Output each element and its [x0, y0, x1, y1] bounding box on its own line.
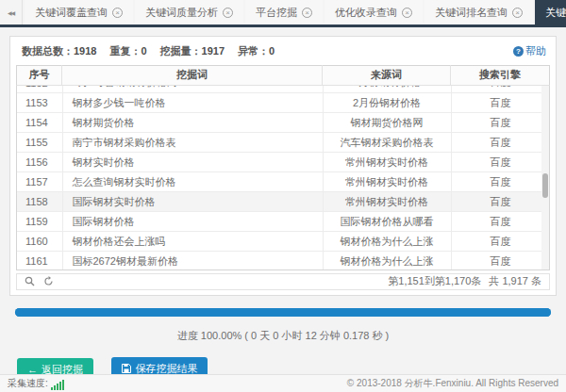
stats-items: 数据总数：1918重复：0挖掘量：1917异常：0: [22, 44, 288, 58]
cell-eng: 百度: [451, 212, 549, 232]
table-row[interactable]: 1161国标2672钢材最新价格钢材价格为什么上涨百度: [17, 252, 549, 270]
cell-kw: 国际钢材实时价格: [62, 192, 323, 212]
save-icon: [122, 364, 131, 373]
table-body: 11522月9号首钢钢材价格网2月份钢材价格百度1153钢材多少钱一吨价格2月份…: [17, 85, 549, 270]
double-chevron-left-icon: ◀◀: [8, 9, 14, 16]
cell-kw: 2月9号首钢钢材价格网: [62, 85, 323, 93]
tab-label: 关键词质量分析: [145, 6, 218, 20]
cell-eng: 百度: [451, 113, 549, 133]
stats-bar: 数据总数：1918重复：0挖掘量：1917异常：0 ? 帮助: [10, 37, 556, 65]
tab-label: 优化收录查询: [335, 6, 397, 20]
cell-kw: 钢材多少钱一吨价格: [62, 93, 323, 113]
save-button-label: 保存挖掘结果: [135, 362, 197, 376]
stat-item: 挖掘量：1917: [160, 45, 225, 57]
stat-item: 异常：0: [238, 45, 275, 57]
cell-index: 1159: [17, 212, 62, 232]
table-row[interactable]: 1156钢材实时价格常州钢材实时价格百度: [17, 153, 549, 172]
cell-src: 钢材价格为什么上涨: [323, 232, 451, 252]
cell-index: 1153: [17, 93, 62, 113]
cell-eng: 百度: [451, 232, 549, 252]
tab-label: 关键词排名查询: [435, 6, 508, 20]
tab[interactable]: 优化收录查询×: [325, 0, 423, 24]
table-row[interactable]: 1158国际钢材实时价格常州钢材实时价格百度: [17, 192, 549, 212]
tab-active[interactable]: 关键词无限挖掘×: [535, 0, 566, 24]
cell-index: 1161: [17, 252, 62, 270]
pagination-info: 第1,151到第1,170条共 1,917 条: [388, 274, 541, 288]
column-header: 挖掘词: [62, 66, 323, 85]
back-to-mining-button[interactable]: ←返回挖掘: [17, 358, 93, 375]
tab-label: 平台挖掘: [256, 6, 297, 20]
cell-eng: 百度: [451, 252, 549, 270]
cell-src: 国际钢材价格从哪看: [323, 212, 451, 232]
main-content: 数据总数：1918重复：0挖掘量：1917异常：0 ? 帮助 序号挖掘词来源词搜…: [0, 27, 566, 375]
tab[interactable]: 平台挖掘×: [245, 0, 323, 24]
column-header: 搜索引擎: [451, 66, 550, 85]
tab-bar: ◀◀ 关键词覆盖查询×关键词质量分析×平台挖掘×优化收录查询×关键词排名查询×关…: [0, 0, 566, 24]
table-row[interactable]: 1155南宁市钢材采购价格表汽车钢材采购价格表百度: [17, 133, 549, 153]
cell-eng: 百度: [451, 85, 549, 93]
table-row[interactable]: 1153钢材多少钱一吨价格2月份钢材价格百度: [17, 93, 549, 113]
results-panel: 数据总数：1918重复：0挖掘量：1917异常：0 ? 帮助 序号挖掘词来源词搜…: [9, 36, 557, 296]
tab-close-icon[interactable]: ×: [402, 8, 412, 18]
collect-speed-label: 采集速度:: [8, 377, 48, 390]
tab-close-icon[interactable]: ×: [112, 8, 123, 18]
table-row[interactable]: 11522月9号首钢钢材价格网2月份钢材价格百度: [17, 85, 549, 93]
cell-index: 1156: [17, 153, 62, 172]
table-row[interactable]: 1159国际钢材价格国际钢材价格从哪看百度: [17, 212, 549, 232]
tab[interactable]: 关键词质量分析×: [135, 0, 243, 24]
cell-kw: 南宁市钢材采购价格表: [62, 133, 323, 153]
results-table: 序号挖掘词来源词搜索引擎 11522月9号首钢钢材价格网2月份钢材价格百度115…: [16, 65, 550, 290]
column-header: 序号: [17, 66, 62, 85]
cell-src: 常州钢材实时价格: [323, 172, 451, 192]
cell-eng: 百度: [451, 133, 549, 153]
cell-eng: 百度: [451, 93, 549, 113]
cell-src: 汽车钢材采购价格表: [323, 133, 451, 153]
tab[interactable]: 关键词排名查询×: [424, 0, 533, 24]
cell-src: 常州钢材实时价格: [323, 192, 451, 212]
status-bar: 采集速度: © 2013-2018 分析牛.Fenxiniu. All Righ…: [0, 374, 566, 392]
cell-eng: 百度: [451, 192, 549, 212]
help-link[interactable]: ? 帮助: [513, 44, 546, 58]
tab-close-icon[interactable]: ×: [302, 8, 312, 18]
stat-item: 数据总数：1918: [22, 45, 96, 57]
cell-kw: 钢材价格还会上涨吗: [62, 232, 323, 252]
cell-src: 常州钢材实时价格: [323, 153, 451, 172]
pagination-range: 第1,151到第1,170条: [388, 275, 481, 286]
tab-strip: 关键词覆盖查询×关键词质量分析×平台挖掘×优化收录查询×关键词排名查询×关键词无…: [23, 0, 566, 24]
tab[interactable]: 关键词覆盖查询×: [25, 0, 133, 24]
cell-index: 1154: [17, 113, 62, 133]
table-header: 序号挖掘词来源词搜索引擎: [16, 65, 550, 85]
cell-kw: 国标2672钢材最新价格: [62, 252, 323, 270]
table-scrollbar-thumb[interactable]: [542, 173, 548, 198]
cell-index: 1157: [17, 172, 62, 192]
cell-index: 1158: [17, 192, 62, 212]
cell-src: 钢材期货价格网: [323, 113, 451, 133]
table-toolbar: 第1,151到第1,170条共 1,917 条: [16, 273, 550, 290]
table-header-row: 序号挖掘词来源词搜索引擎: [17, 66, 550, 85]
cell-index: 1160: [17, 232, 62, 252]
progress-bar-fill: [15, 308, 551, 317]
cell-eng: 百度: [451, 172, 549, 192]
action-buttons: ←返回挖掘 保存挖掘结果: [17, 357, 566, 376]
tab-close-icon[interactable]: ×: [223, 8, 233, 18]
table-body-viewport[interactable]: 11522月9号首钢钢材价格网2月份钢材价格百度1153钢材多少钱一吨价格2月份…: [16, 85, 550, 270]
stat-item: 重复：0: [109, 45, 146, 57]
progress-bar: [15, 308, 551, 317]
tab-label: 关键词无限挖掘: [545, 6, 566, 20]
question-icon: ?: [513, 46, 524, 57]
cell-kw: 钢材实时价格: [62, 153, 323, 172]
table-row[interactable]: 1157怎么查询钢材实时价格常州钢材实时价格百度: [17, 172, 549, 192]
tab-close-icon[interactable]: ×: [512, 8, 523, 18]
table-row[interactable]: 1154钢材期货价格钢材期货价格网百度: [17, 113, 549, 133]
cell-src: 钢材价格为什么上涨: [323, 252, 451, 270]
table-row[interactable]: 1160钢材价格还会上涨吗钢材价格为什么上涨百度: [17, 232, 549, 252]
column-header: 来源词: [323, 66, 451, 85]
save-results-button[interactable]: 保存挖掘结果: [111, 357, 208, 376]
refresh-icon[interactable]: [43, 276, 54, 286]
cell-kw: 怎么查询钢材实时价格: [62, 172, 323, 192]
tab-label: 关键词覆盖查询: [35, 6, 108, 20]
tabs-scroll-left-button[interactable]: ◀◀: [0, 0, 23, 24]
cell-src: 2月份钢材价格: [323, 85, 451, 93]
table-scrollbar[interactable]: [541, 86, 549, 270]
search-icon[interactable]: [25, 276, 35, 286]
